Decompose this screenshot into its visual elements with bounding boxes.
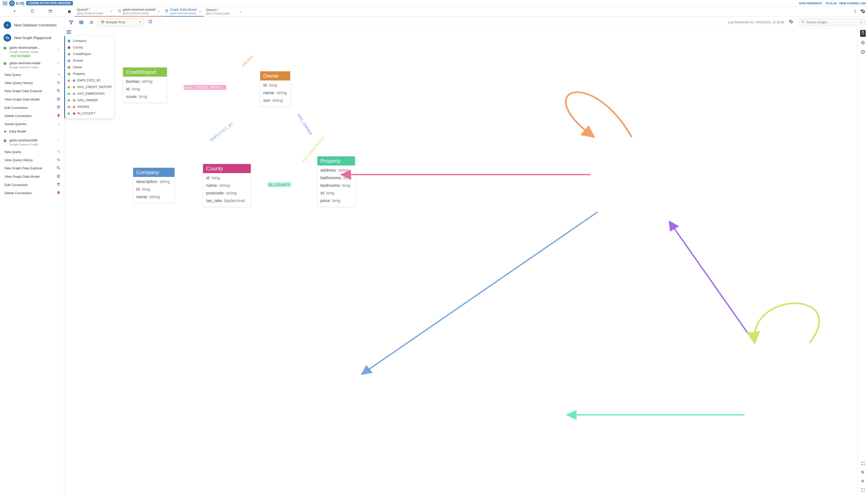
- legend-dot: [68, 53, 70, 56]
- node-county[interactable]: County id: long name: string postcode: s…: [203, 164, 251, 207]
- edge-label-employed-by[interactable]: EMPLOYED_BY: [208, 121, 235, 143]
- legend-edge-has-embedding[interactable]: ↻HAS_EMBEDDING: [65, 90, 114, 97]
- status-dot: [3, 139, 6, 142]
- tab-real-estate0[interactable]: gdotv-test/real-estate0 gdotv-test/real-…: [115, 6, 162, 16]
- edge-label-knows[interactable]: KNOWS: [240, 53, 255, 68]
- search-field[interactable]: [806, 20, 860, 24]
- legend-node-property[interactable]: Property: [65, 71, 114, 77]
- new-explorer-action[interactable]: New Graph Data Explorer: [0, 164, 64, 172]
- delete-connection-action[interactable]: Delete Connection: [0, 189, 64, 197]
- tab-query1[interactable]: Query1 * gdotv-test/transitdb ×: [204, 6, 244, 16]
- legend-node-county[interactable]: County: [65, 44, 114, 51]
- graph-canvas[interactable]: Company County CreditReport Embed Owner …: [64, 28, 857, 496]
- version-changelog-link[interactable]: V3.21.42 - VIEW CHANGE LOG: [825, 2, 866, 5]
- close-icon[interactable]: ×: [158, 10, 160, 13]
- legend-edge-employed-by[interactable]: →EMPLOYED_BY: [65, 77, 114, 84]
- new-connection-button[interactable]: + New Database Connection: [0, 19, 64, 31]
- fit-button[interactable]: [861, 488, 865, 494]
- new-playground-button[interactable]: New Graph Playground: [0, 31, 64, 44]
- connection-item[interactable]: gdotv-test/real-estate Google Spanner Gr…: [0, 60, 64, 71]
- palette-button[interactable]: [860, 50, 865, 56]
- legend-toggle[interactable]: [66, 29, 71, 35]
- chevron-down-icon[interactable]: ⌄: [56, 46, 60, 51]
- chevron-down-icon: ▼: [860, 21, 863, 24]
- status-dot: [3, 62, 6, 65]
- search-graph-input[interactable]: ▼: [799, 19, 865, 26]
- toolbar-settings-button[interactable]: [789, 19, 793, 25]
- graph-view-button[interactable]: [68, 18, 75, 26]
- edge-label-in-county[interactable]: IN_COUNTY: [268, 182, 291, 187]
- tab-sub: gdotv-test/real-estate: [123, 12, 155, 15]
- connection-sub: Google Spanner Graph: [10, 50, 56, 53]
- legend-edge-knows[interactable]: ↻KNOWS: [65, 104, 114, 110]
- node-creditreport[interactable]: CreditReport bureau: string id: long sco…: [123, 67, 167, 103]
- connection-title: gdotv-test/example…: [10, 46, 49, 50]
- connection-item[interactable]: gdotv-test/example… Google Spanner Graph…: [0, 44, 64, 60]
- clipboard-icon[interactable]: [30, 9, 34, 14]
- tab-title: Query1 *: [206, 8, 238, 12]
- legend-node-creditreport[interactable]: CreditReport: [65, 51, 114, 57]
- status-dot: [3, 47, 6, 49]
- edit-connection-action[interactable]: Edit Connection: [0, 104, 64, 112]
- history-icon: ↻: [57, 80, 60, 85]
- saved-queries-action[interactable]: Saved Queries⌄: [0, 120, 64, 128]
- mouse-mode-button[interactable]: [860, 30, 866, 37]
- legend-dot: [68, 40, 70, 42]
- node-header: Property: [317, 156, 355, 166]
- refresh-button[interactable]: [148, 19, 153, 25]
- tab-sub: gdotv-test/transitdb: [206, 12, 238, 15]
- tab-graph-data-model[interactable]: Graph Data Model gdotv-test/real-estate …: [162, 6, 204, 16]
- svg-point-37: [864, 51, 864, 52]
- view-history-action[interactable]: View Query History↻: [0, 79, 64, 87]
- fullscreen-button[interactable]: [861, 462, 865, 467]
- close-icon[interactable]: ×: [199, 10, 201, 13]
- node-property[interactable]: Property address: string bathrooms: long…: [317, 156, 355, 207]
- close-icon[interactable]: ×: [240, 10, 242, 14]
- db-search-icon: [56, 166, 60, 171]
- table-view-button[interactable]: [77, 18, 85, 26]
- menu-button[interactable]: [2, 0, 8, 6]
- view-data-model-action[interactable]: View Graph Data Model: [0, 172, 64, 181]
- zoom-in-button[interactable]: [861, 470, 865, 476]
- zoom-out-button[interactable]: [861, 479, 865, 484]
- close-icon[interactable]: ×: [110, 10, 113, 13]
- chevron-down-icon: ⌄: [57, 122, 60, 126]
- legend-node-company[interactable]: Company: [65, 37, 114, 44]
- legend-edge-has-owner[interactable]: →HAS_OWNER: [65, 97, 114, 104]
- home-tab[interactable]: [64, 6, 74, 16]
- connection-item[interactable]: gdotv-test/transitdb Google Spanner Grap…: [0, 137, 64, 148]
- edge-label-has-owner[interactable]: HAS_OWNER: [296, 112, 314, 137]
- tab-title: Query0 *: [77, 7, 108, 12]
- calendar-icon[interactable]: [48, 9, 53, 14]
- db-search-icon: [56, 89, 60, 93]
- view-history-action[interactable]: View Query History↻: [0, 156, 64, 164]
- chevron-up-icon[interactable]: ⌃: [56, 138, 60, 144]
- new-query-action[interactable]: New Query✎: [0, 71, 64, 79]
- last-refreshed-text: Last Refreshed On: 24/01/2025, 10:35:48: [728, 20, 784, 24]
- history-icon: ↻: [57, 158, 60, 162]
- pin-icon[interactable]: [12, 9, 16, 14]
- legend-node-embed[interactable]: Embed: [65, 57, 114, 64]
- legend-edge-in-county[interactable]: →IN_COUNTY: [65, 110, 114, 117]
- delete-connection-action[interactable]: Delete Connection: [0, 112, 64, 120]
- legend-node-owner[interactable]: Owner: [65, 64, 114, 71]
- more-icon[interactable]: [853, 9, 857, 14]
- locate-button[interactable]: [860, 40, 865, 46]
- tab-query0[interactable]: Query0 * gdotv-test/real-estate ×: [74, 6, 115, 16]
- settings-icon[interactable]: [860, 9, 866, 14]
- node-company[interactable]: Company description: string id: long nam…: [133, 168, 175, 203]
- svg-point-13: [57, 167, 59, 167]
- data-model-tree-item[interactable]: ▶Data Model: [0, 128, 64, 135]
- edit-connection-action[interactable]: Edit Connection: [0, 181, 64, 189]
- layout-label: Breadth First: [106, 20, 139, 24]
- new-explorer-action[interactable]: New Graph Data Explorer: [0, 87, 64, 95]
- layout-dropdown[interactable]: Breadth First ▼: [98, 18, 144, 26]
- edge-label-has-credit-report[interactable]: HAS_CREDIT_REPO…: [184, 85, 226, 90]
- legend-edge-has-credit-report[interactable]: →HAS_CREDIT_REPORT: [65, 84, 114, 90]
- chevron-up-icon[interactable]: ⌃: [56, 61, 60, 67]
- view-data-model-action[interactable]: View Graph Data Model: [0, 95, 64, 104]
- node-owner[interactable]: Owner id: long name: string ssn: string: [260, 71, 290, 107]
- new-query-action[interactable]: New Query✎: [0, 148, 64, 156]
- give-feedback-link[interactable]: GIVE FEEDBACK: [799, 2, 822, 5]
- image-view-button[interactable]: [88, 18, 95, 26]
